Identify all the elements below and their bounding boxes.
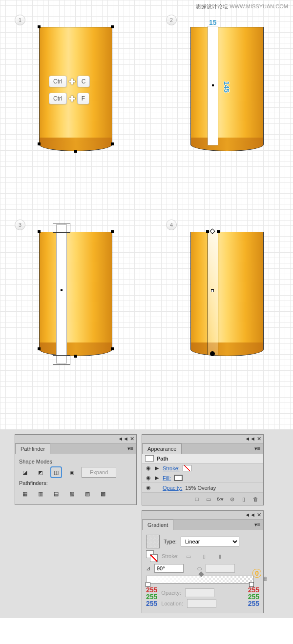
stroke-link[interactable]: Stroke:: [163, 465, 180, 471]
visibility-icon[interactable]: ◉: [145, 465, 152, 471]
visibility-icon[interactable]: ◉: [145, 484, 152, 491]
plus-icon: ✚: [69, 77, 75, 86]
intersect-button[interactable]: ◫: [50, 466, 62, 478]
gradient-strip: [208, 232, 218, 355]
collapse-icon[interactable]: ◄◄: [245, 512, 255, 518]
cylinder-3: [39, 232, 112, 356]
exclude-button[interactable]: ▣: [66, 466, 78, 478]
stop-location-input: [187, 599, 216, 608]
thumb-swatch: [145, 455, 154, 462]
gradient-stop-left[interactable]: [146, 582, 150, 587]
close-icon[interactable]: ✕: [130, 436, 134, 442]
gradient-stop-right[interactable]: [249, 582, 254, 587]
white-rect: [56, 224, 67, 363]
fx-icon[interactable]: fx▾: [215, 495, 225, 503]
ratio-badge: 0: [252, 569, 261, 578]
key-ctrl: Ctrl: [49, 93, 67, 104]
appearance-tab[interactable]: Appearance: [142, 443, 182, 454]
cylinder-1: Ctrl ✚ C Ctrl ✚ F: [39, 27, 112, 151]
divide-button[interactable]: ▦: [19, 488, 31, 500]
key-f: F: [77, 93, 89, 104]
stroke-mode-2: ▯: [198, 550, 210, 562]
tutorial-canvas: 思缘设计论坛 WWW.MISSYUAN.COM 1 Ctrl ✚ C Ctrl …: [0, 0, 293, 429]
key-c: C: [77, 76, 90, 87]
trash-icon[interactable]: 🗑: [251, 495, 260, 503]
fill-link[interactable]: Fill:: [163, 475, 171, 481]
path-label: Path: [157, 456, 168, 462]
shortcut-paste-front: Ctrl ✚ F: [49, 93, 89, 104]
stop-opacity-input: [185, 588, 214, 597]
pathfinders-label: Pathfinders:: [19, 480, 132, 486]
panel-menu-icon[interactable]: ▾≡: [125, 443, 136, 454]
new-stroke-icon[interactable]: □: [192, 495, 202, 503]
new-fill-icon[interactable]: ▭: [204, 495, 213, 503]
clear-icon[interactable]: ⊘: [227, 495, 237, 503]
outline-button[interactable]: ▨: [82, 488, 93, 500]
watermark: 思缘设计论坛 WWW.MISSYUAN.COM: [196, 3, 288, 10]
gradient-panel: ◄◄ ✕ Gradient ▾≡ Type: Linear Stroke:: [142, 510, 264, 613]
angle-input[interactable]: [154, 564, 184, 573]
dimension-height: 145: [223, 81, 230, 92]
minus-back-button[interactable]: ▩: [97, 488, 109, 500]
pathfinder-panel: ◄◄ ✕ Pathfinder ▾≡ Shape Modes: ◪ ◩ ◫ ▣ …: [15, 434, 137, 505]
opacity-label: Opacity:: [161, 590, 181, 596]
crop-button[interactable]: ▧: [66, 488, 78, 500]
type-select[interactable]: Linear: [181, 537, 239, 546]
collapse-icon[interactable]: ◄◄: [118, 436, 128, 442]
trash-icon[interactable]: 🗑: [263, 576, 268, 582]
key-ctrl: Ctrl: [49, 76, 67, 87]
dimension-width: 15: [209, 19, 217, 26]
gradient-preview[interactable]: [146, 535, 160, 548]
pathfinder-tab[interactable]: Pathfinder: [15, 443, 50, 454]
gradient-slider[interactable]: [146, 576, 253, 584]
type-label: Type:: [164, 539, 177, 544]
opacity-link[interactable]: Opacity:: [163, 485, 182, 491]
aspect-input: [206, 564, 235, 573]
step-badge-4: 4: [166, 220, 177, 230]
trim-button[interactable]: ▥: [35, 488, 46, 500]
merge-button[interactable]: ▤: [50, 488, 62, 500]
close-icon[interactable]: ✕: [257, 436, 261, 442]
panel-menu-icon[interactable]: ▾≡: [251, 520, 263, 530]
shortcut-copy: Ctrl ✚ C: [49, 76, 90, 87]
step-badge-2: 2: [166, 15, 177, 25]
minus-front-button[interactable]: ◩: [35, 466, 46, 478]
panels-area: ◄◄ ✕ Pathfinder ▾≡ Shape Modes: ◪ ◩ ◫ ▣ …: [0, 429, 293, 618]
stroke-mode-3: ▮: [214, 550, 226, 562]
stroke-proxy[interactable]: [150, 554, 158, 562]
expand-icon[interactable]: ▶: [155, 475, 160, 481]
angle-icon: ⊿: [146, 565, 150, 572]
visibility-icon[interactable]: ◉: [145, 475, 152, 481]
unite-button[interactable]: ◪: [19, 466, 31, 478]
left-stop-rgb: 255 255 255: [146, 586, 157, 610]
gradient-tab[interactable]: Gradient: [142, 520, 173, 530]
aspect-icon: ⬭: [197, 565, 202, 572]
stroke-mode-1: ▭: [183, 550, 194, 562]
stroke-label: Stroke:: [162, 553, 179, 559]
expand-icon[interactable]: ▶: [155, 465, 160, 471]
right-stop-rgb: 255 255 255: [248, 586, 259, 610]
step-badge-3: 3: [15, 220, 25, 230]
location-label: Location:: [161, 601, 183, 606]
plus-icon: ✚: [69, 94, 75, 103]
duplicate-icon[interactable]: ▯: [239, 495, 249, 503]
appearance-panel: ◄◄ ✕ Appearance ▾≡ Path ◉ ▶ Stroke: ◉ ▶ …: [142, 434, 264, 505]
panel-menu-icon[interactable]: ▾≡: [251, 443, 263, 454]
opacity-value: 15% Overlay: [185, 485, 216, 491]
step-badge-1: 1: [15, 15, 25, 25]
expand-button[interactable]: Expand: [82, 467, 116, 478]
fill-swatch[interactable]: [174, 475, 183, 481]
collapse-icon[interactable]: ◄◄: [245, 436, 255, 442]
shape-modes-label: Shape Modes:: [19, 459, 132, 464]
cylinder-4: [190, 232, 264, 356]
stroke-swatch[interactable]: [183, 465, 191, 471]
close-icon[interactable]: ✕: [257, 512, 261, 518]
